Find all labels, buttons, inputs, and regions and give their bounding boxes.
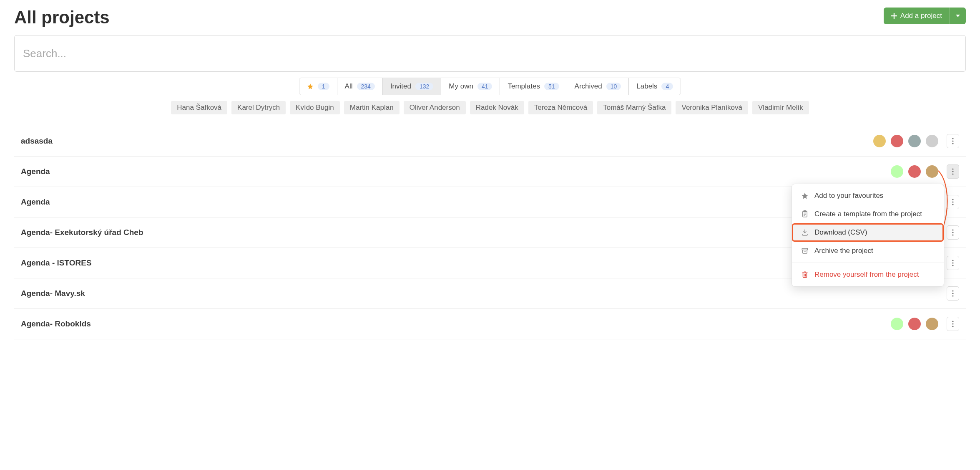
star-icon (307, 83, 314, 90)
svg-point-6 (952, 199, 953, 200)
more-vertical-icon (952, 199, 954, 205)
dd-archive[interactable]: Archive the project (792, 242, 944, 260)
svg-point-5 (952, 173, 953, 174)
project-more-button[interactable] (947, 225, 959, 240)
tab-label: My own (449, 82, 473, 91)
dd-download-csv[interactable]: Download (CSV) (792, 223, 944, 242)
download-icon (801, 229, 809, 236)
person-chip[interactable]: Kvído Bugin (290, 101, 340, 114)
dd-add-favourites[interactable]: Add to your favourites (792, 187, 944, 205)
svg-point-1 (952, 140, 953, 142)
search-input[interactable] (14, 35, 966, 72)
people-filter-row: Hana ŠafkováKarel DytrychKvído BuginMart… (14, 101, 966, 114)
person-chip[interactable]: Tereza Němcová (528, 101, 593, 114)
avatar-group (872, 134, 939, 148)
tab-label: All (345, 82, 353, 91)
more-vertical-icon (952, 321, 954, 327)
person-chip[interactable]: Karel Dytrych (231, 101, 286, 114)
tab-invited[interactable]: Invited132 (383, 78, 441, 95)
person-chip[interactable]: Oliver Anderson (404, 101, 466, 114)
tab-labels[interactable]: Labels4 (629, 78, 681, 95)
dd-download-label: Download (CSV) (814, 228, 867, 237)
tab-label: Labels (636, 82, 657, 91)
avatar[interactable] (890, 317, 904, 331)
project-row-right (947, 225, 959, 240)
person-chip[interactable]: Veronika Planíková (676, 101, 748, 114)
avatar[interactable] (890, 134, 904, 148)
svg-point-12 (952, 260, 953, 261)
project-more-button[interactable] (947, 195, 959, 209)
tab-count-badge: 10 (606, 83, 621, 90)
project-name: Agenda- Exekutorský úřad Cheb (21, 228, 143, 237)
star-icon (801, 192, 809, 200)
svg-point-2 (952, 143, 953, 144)
project-more-button[interactable] (947, 164, 959, 179)
svg-point-13 (952, 262, 953, 263)
svg-point-4 (952, 171, 953, 172)
svg-point-9 (952, 229, 953, 230)
tab-starred[interactable]: 1 (299, 78, 337, 95)
dd-template-label: Create a template from the project (814, 210, 922, 218)
avatar[interactable] (907, 134, 922, 148)
plus-icon (891, 13, 897, 19)
project-row[interactable]: adsasda (14, 126, 966, 157)
tab-templates[interactable]: Templates51 (500, 78, 567, 95)
project-more-button[interactable] (947, 286, 959, 301)
project-name: adsasda (21, 136, 53, 146)
add-project-caret-button[interactable] (950, 8, 966, 24)
tab-label: Templates (508, 82, 540, 91)
project-name: Agenda- Mavy.sk (21, 289, 85, 298)
avatar-group (890, 164, 939, 179)
project-row[interactable]: Agenda (14, 157, 966, 187)
person-chip[interactable]: Vladimír Melík (752, 101, 809, 114)
more-vertical-icon (952, 138, 954, 144)
avatar[interactable] (925, 164, 939, 179)
person-chip[interactable]: Martin Kaplan (344, 101, 400, 114)
clipboard-icon (801, 210, 809, 218)
svg-point-16 (952, 293, 953, 294)
add-project-button[interactable]: Add a project (884, 8, 950, 24)
avatar[interactable] (907, 317, 922, 331)
tab-count-badge: 41 (477, 83, 493, 90)
tab-archived[interactable]: Archived10 (567, 78, 629, 95)
add-project-group: Add a project (884, 8, 966, 24)
project-more-button[interactable] (947, 317, 959, 331)
dd-favourites-label: Add to your favourites (814, 192, 883, 200)
svg-point-10 (952, 232, 953, 233)
dd-create-template[interactable]: Create a template from the project (792, 205, 944, 223)
filter-tabs: 1All234Invited132My own41Templates51Arch… (299, 78, 681, 95)
dd-remove-label: Remove yourself from the project (814, 270, 919, 279)
project-actions-dropdown: Add to your favourites Create a template… (792, 184, 944, 287)
tab-count-badge: 132 (415, 83, 433, 90)
tab-my-own[interactable]: My own41 (441, 78, 500, 95)
project-more-button[interactable] (947, 134, 959, 148)
more-vertical-icon (952, 290, 954, 297)
person-chip[interactable]: Radek Novák (470, 101, 524, 114)
svg-point-11 (952, 234, 953, 235)
avatar[interactable] (907, 164, 922, 179)
trash-icon (801, 271, 809, 278)
svg-point-0 (952, 138, 953, 139)
svg-point-7 (952, 201, 953, 202)
tab-label: Archived (575, 82, 602, 91)
more-vertical-icon (952, 260, 954, 266)
project-name: Agenda (21, 167, 50, 176)
svg-rect-23 (802, 248, 808, 250)
person-chip[interactable]: Hana Šafková (171, 101, 227, 114)
project-row-right (890, 317, 959, 331)
tab-count-badge: 1 (318, 83, 329, 90)
avatar[interactable] (890, 164, 904, 179)
svg-point-8 (952, 204, 953, 205)
svg-point-18 (952, 321, 953, 322)
project-row[interactable]: Agenda- Robokids (14, 309, 966, 339)
tab-all[interactable]: All234 (337, 78, 383, 95)
caret-down-icon (956, 15, 960, 17)
person-chip[interactable]: Tomáš Marný Šafka (597, 101, 671, 114)
avatar[interactable] (925, 317, 939, 331)
avatar[interactable] (925, 134, 939, 148)
project-more-button[interactable] (947, 256, 959, 270)
dd-remove-self[interactable]: Remove yourself from the project (792, 265, 944, 284)
dd-archive-label: Archive the project (814, 247, 873, 255)
avatar[interactable] (872, 134, 887, 148)
project-name: Agenda (21, 197, 50, 207)
